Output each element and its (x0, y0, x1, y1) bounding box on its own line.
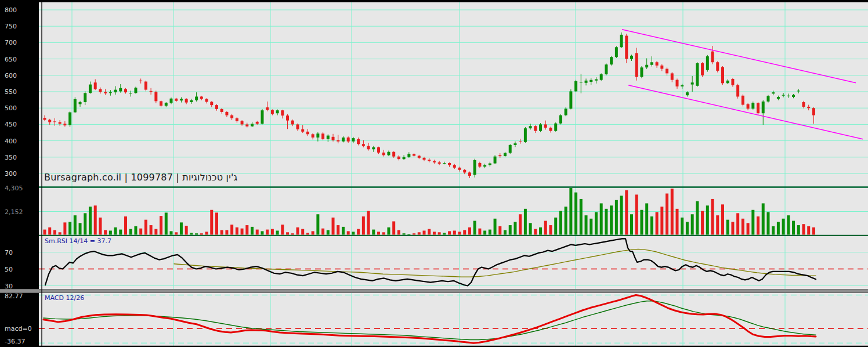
svg-text:500: 500 (5, 104, 17, 112)
svg-text:550: 550 (5, 88, 17, 96)
bursagraph-chart-window: 8007507006506005505004504003503004,3052,… (0, 0, 868, 347)
svg-text:800: 800 (5, 6, 17, 14)
svg-text:750: 750 (5, 23, 17, 30)
svg-text:2,152: 2,152 (5, 208, 23, 216)
svg-text:50: 50 (5, 266, 13, 273)
svg-text:600: 600 (5, 72, 17, 79)
svg-text:700: 700 (5, 39, 17, 46)
svg-text:30: 30 (5, 283, 13, 290)
svg-text:650: 650 (5, 56, 17, 63)
svg-text:macd=0: macd=0 (5, 325, 32, 332)
svg-text:300: 300 (5, 170, 17, 178)
svg-text:82.77: 82.77 (5, 292, 23, 300)
chart-svg[interactable]: 8007507006506005505004504003503004,3052,… (0, 0, 868, 347)
svg-text:70: 70 (5, 249, 13, 256)
svg-text:350: 350 (5, 154, 17, 161)
svg-text:-36.37: -36.37 (5, 338, 25, 345)
svg-text:400: 400 (5, 138, 17, 145)
svg-text:4,305: 4,305 (5, 185, 23, 192)
svg-text:450: 450 (5, 121, 17, 128)
